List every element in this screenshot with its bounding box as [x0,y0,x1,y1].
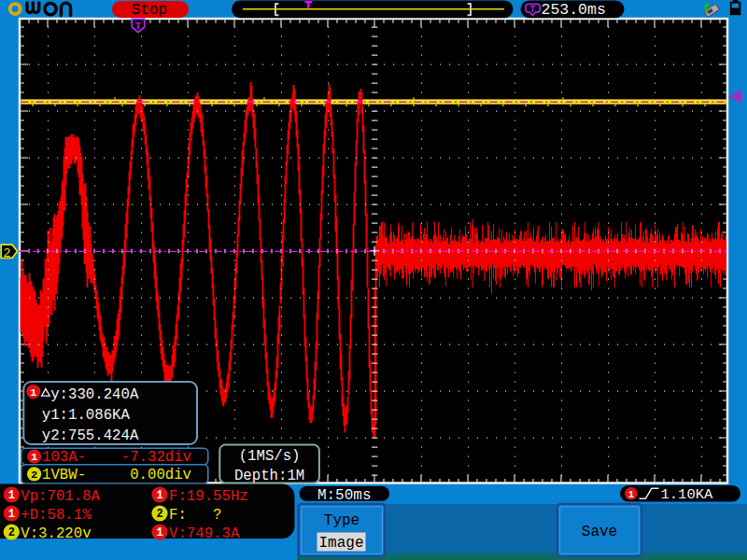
svg-text:1.10KA: 1.10KA [661,486,714,503]
svg-text:2: 2 [156,508,162,521]
svg-text:1: 1 [8,489,15,502]
svg-text:V:3.220v: V:3.220v [21,525,91,542]
svg-text:2: 2 [3,246,10,260]
svg-text:253.0ms: 253.0ms [542,1,606,19]
svg-text:F:19.55Hz: F:19.55Hz [169,488,248,505]
svg-text:F: ?: F: ? [169,507,221,524]
svg-text:1: 1 [156,489,162,502]
svg-text:V:749.3A: V:749.3A [169,525,240,542]
svg-text:1: 1 [156,526,162,539]
svg-text:1: 1 [628,489,634,500]
svg-text:y:330.240A: y:330.240A [50,386,139,403]
svg-text:Stop: Stop [132,2,167,19]
svg-text:Image: Image [318,535,363,552]
svg-text:T: T [135,20,142,32]
svg-text:Save: Save [582,524,617,540]
svg-text:1: 1 [31,451,37,463]
svg-text:y2:755.424A: y2:755.424A [42,427,139,444]
svg-text:(1MS/s): (1MS/s) [239,448,301,465]
svg-text:1: 1 [30,386,36,399]
svg-text:M:50ms: M:50ms [317,487,372,504]
svg-text:2: 2 [31,469,37,481]
svg-text:+D:58.1%: +D:58.1% [21,507,92,524]
svg-text:T: T [529,4,535,15]
svg-text:y1:1.086KA: y1:1.086KA [42,407,131,424]
svg-text:1VBW- 0.00div: 1VBW- 0.00div [42,467,191,483]
svg-text:Depth:1M: Depth:1M [234,468,304,484]
svg-text:2: 2 [8,526,15,539]
svg-text:1: 1 [8,508,15,521]
svg-text:Vp:701.8A: Vp:701.8A [21,488,100,505]
svg-text:103A- -7.32div: 103A- -7.32div [42,449,191,466]
svg-text:Type: Type [324,512,359,529]
